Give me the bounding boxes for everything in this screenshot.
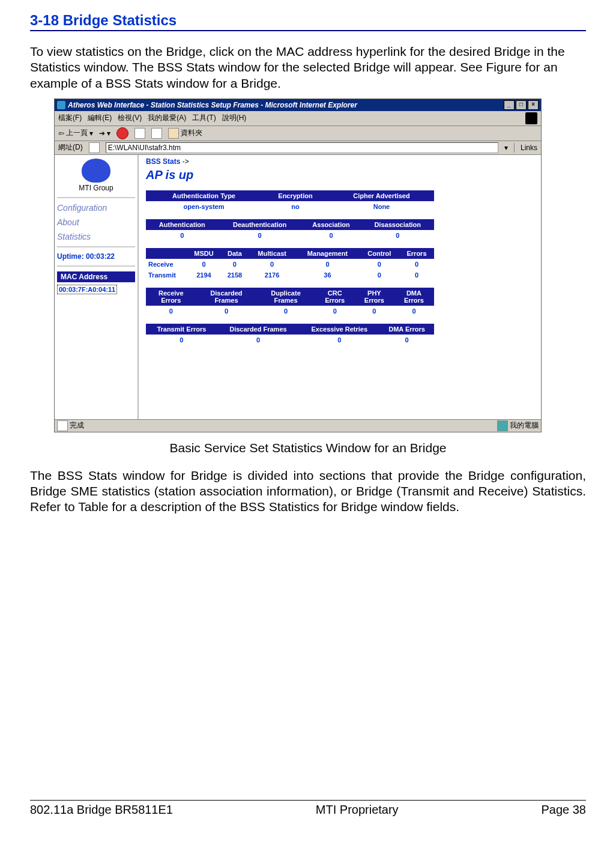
th-cipher: Cipher Advertised — [329, 190, 434, 201]
back-button[interactable]: ⇦ 上一頁 ▾ — [58, 128, 93, 138]
td: 0 — [360, 270, 399, 280]
window-title: Atheros Web Interface - Station Statisti… — [68, 101, 357, 109]
ap-status: AP is up — [146, 168, 534, 182]
titlebar: Atheros Web Interface - Station Statisti… — [55, 99, 541, 111]
th: Association — [301, 219, 361, 230]
footer-right: Page 38 — [541, 803, 586, 817]
logo: MTI Group — [57, 159, 135, 192]
addressbar: 網址(D) E:\WLAN\UI\stafr3.htm ▾ Links — [55, 141, 541, 155]
home-icon[interactable] — [151, 128, 162, 139]
breadcrumb-arrow: -> — [183, 157, 189, 166]
row-label: Receive — [146, 259, 187, 270]
td: 2158 — [221, 270, 249, 280]
links-label[interactable]: Links — [521, 144, 537, 152]
footer-left: 802.11a Bridge BR5811E1 — [30, 803, 173, 817]
figure-caption: Basic Service Set Statistics Window for … — [30, 441, 586, 455]
td: 0 — [355, 306, 394, 316]
th-auth-type: Authentication Type — [146, 190, 262, 201]
th: MSDU — [187, 248, 221, 259]
menu-favorites[interactable]: 我的最愛(A) — [148, 113, 186, 123]
zone-icon — [497, 420, 508, 431]
footer-center: MTI Proprietary — [316, 803, 399, 817]
td: 0 — [146, 335, 217, 345]
uptime-label: Uptime: 00:03:22 — [57, 252, 135, 261]
th: Discarded Frames — [217, 324, 299, 335]
table-rxtx: MSDU Data Multicast Management Control E… — [146, 248, 434, 280]
menu-tools[interactable]: 工具(T) — [192, 113, 216, 123]
td: 0 — [394, 306, 434, 316]
td: 0 — [315, 306, 355, 316]
sidebar-item-statistics[interactable]: Statistics — [57, 232, 135, 241]
td: 0 — [146, 230, 219, 241]
body-paragraph-2: The BSS Stats window for Bridge is divid… — [30, 468, 586, 515]
toolbar: ⇦ 上一頁 ▾ ➔ ▾ 資料夾 — [55, 126, 541, 141]
td: 0 — [379, 335, 434, 345]
td: 0 — [299, 335, 379, 345]
th: Transmit Errors — [146, 324, 217, 335]
mac-address-link[interactable]: 00:03:7F:A0:04:11 — [57, 285, 117, 294]
close-button[interactable]: × — [528, 100, 539, 110]
td: 0 — [217, 335, 299, 345]
menu-view[interactable]: 檢視(V) — [118, 113, 142, 123]
td: 0 — [249, 259, 296, 270]
th: Control — [360, 248, 399, 259]
page-footer: 802.11a Bridge BR5811E1 MTI Proprietary … — [30, 800, 586, 817]
td: 0 — [361, 230, 434, 241]
logo-icon — [82, 159, 110, 183]
td: 2176 — [249, 270, 296, 280]
intro-paragraph: To view statistics on the Bridge, click … — [30, 44, 586, 91]
th — [146, 248, 187, 259]
td: 0 — [187, 259, 221, 270]
address-label: 網址(D) — [58, 142, 83, 153]
th: Excessive Retries — [299, 324, 379, 335]
td: None — [329, 201, 434, 212]
td: open-system — [146, 201, 262, 212]
maximize-button[interactable]: □ — [516, 100, 527, 110]
minimize-button[interactable]: _ — [504, 100, 515, 110]
th: PHY Errors — [355, 288, 394, 306]
th: Authentication — [146, 219, 219, 230]
th: Errors — [399, 248, 434, 259]
td: 0 — [196, 306, 257, 316]
th: DMA Errors — [379, 324, 434, 335]
th: Discarded Frames — [196, 288, 257, 306]
folders-button[interactable]: 資料夾 — [168, 128, 202, 139]
th: DMA Errors — [394, 288, 434, 306]
th: Duplicate Frames — [256, 288, 315, 306]
address-dropdown-icon[interactable]: ▾ — [504, 144, 508, 152]
sidebar-item-about[interactable]: About — [57, 217, 135, 227]
td: 0 — [295, 259, 359, 270]
ie-flag-icon — [525, 112, 537, 124]
td: 2194 — [187, 270, 221, 280]
table-auth-config: Authentication Type Encryption Cipher Ad… — [146, 190, 434, 212]
th: Multicast — [249, 248, 296, 259]
status-done: 完成 — [70, 421, 84, 429]
td: 0 — [221, 259, 249, 270]
th-encryption: Encryption — [262, 190, 329, 201]
forward-button[interactable]: ➔ ▾ — [99, 129, 110, 138]
breadcrumb: BSS Stats -> — [146, 157, 534, 166]
sidebar: MTI Group Configuration About Statistics… — [55, 155, 139, 419]
breadcrumb-link[interactable]: BSS Stats — [146, 157, 180, 166]
th: Disassociation — [361, 219, 434, 230]
refresh-icon[interactable] — [134, 128, 145, 139]
status-zone: 我的電腦 — [510, 421, 539, 429]
main-content: BSS Stats -> AP is up Authentication Typ… — [139, 155, 541, 419]
stop-icon[interactable] — [116, 127, 128, 139]
mac-address-header: MAC Address — [57, 271, 135, 282]
sidebar-item-configuration[interactable]: Configuration — [57, 203, 135, 213]
menu-edit[interactable]: 編輯(E) — [88, 113, 112, 123]
td: no — [262, 201, 329, 212]
menu-help[interactable]: 說明(H) — [222, 113, 247, 123]
td: 0 — [301, 230, 361, 241]
td: 0 — [360, 259, 399, 270]
th: Management — [295, 248, 359, 259]
menu-file[interactable]: 檔案(F) — [58, 113, 82, 123]
address-input[interactable]: E:\WLAN\UI\stafr3.htm — [106, 142, 498, 153]
td: 0 — [256, 306, 315, 316]
menubar: 檔案(F) 編輯(E) 檢視(V) 我的最愛(A) 工具(T) 說明(H) — [55, 111, 541, 126]
logo-text: MTI Group — [57, 184, 135, 192]
th: Deauthentication — [219, 219, 301, 230]
td: 0 — [399, 270, 434, 280]
page-icon — [89, 142, 100, 153]
